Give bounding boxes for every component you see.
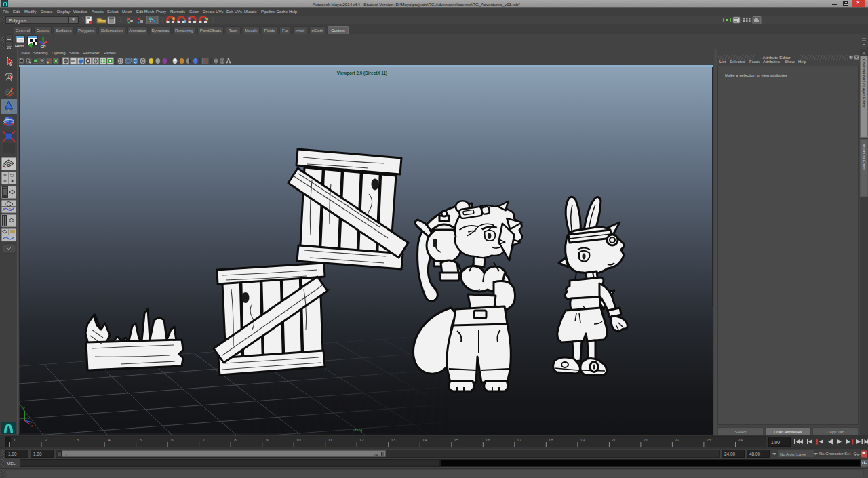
svg-text:18: 18 (549, 437, 553, 442)
svg-text:10: 10 (296, 437, 301, 442)
svg-text:20: 20 (612, 437, 616, 442)
svg-text:Hshd: Hshd (15, 44, 24, 48)
svg-text:19: 19 (580, 437, 585, 442)
svg-text:4: 4 (108, 437, 111, 442)
svg-text:6: 6 (171, 437, 174, 442)
svg-text:22: 22 (675, 437, 679, 442)
svg-text:8: 8 (234, 437, 237, 442)
svg-text:12: 12 (359, 437, 364, 442)
svg-text:14: 14 (422, 437, 427, 442)
svg-text:13: 13 (391, 437, 395, 442)
svg-text:3: 3 (77, 437, 79, 442)
svg-text:9: 9 (266, 437, 269, 442)
svg-text:5: 5 (140, 437, 142, 442)
svg-text:2: 2 (45, 437, 47, 442)
svg-text:1: 1 (14, 437, 16, 442)
svg-text:7: 7 (203, 437, 205, 442)
svg-text:CP: CP (41, 45, 46, 49)
svg-text:Y: Y (22, 407, 25, 411)
svg-text:16: 16 (486, 437, 490, 442)
svg-text:15: 15 (454, 437, 458, 442)
svg-text:23: 23 (706, 437, 711, 442)
svg-text:21: 21 (643, 437, 648, 442)
svg-text:17: 17 (517, 437, 521, 442)
svg-text:Viewport 2.0 (DirectX 11): Viewport 2.0 (DirectX 11) (337, 71, 387, 76)
svg-text:24: 24 (738, 437, 743, 442)
svg-text:11: 11 (328, 437, 332, 442)
svg-text:persp: persp (353, 427, 363, 433)
svg-text:x: x (31, 424, 33, 428)
